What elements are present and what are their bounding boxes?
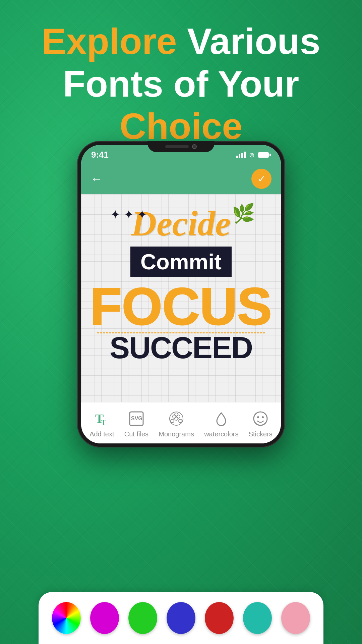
color-wheel-swatch[interactable]: [52, 602, 81, 634]
svg-point-4: [170, 412, 183, 425]
status-icons: ⊜: [236, 151, 271, 159]
svg-point-5: [175, 413, 178, 416]
color-teal-swatch[interactable]: [243, 602, 272, 634]
app-header: ← ✓: [81, 163, 281, 194]
svg-point-13: [262, 416, 264, 418]
monograms-icon: [167, 409, 186, 428]
wifi-icon: ⊜: [249, 151, 255, 159]
signal-icon: [236, 152, 246, 158]
signal-bar-1: [236, 156, 238, 158]
battery-tip: [269, 154, 271, 156]
color-green-swatch[interactable]: [128, 602, 157, 634]
color-pink-swatch[interactable]: [281, 602, 310, 634]
tool-stickers[interactable]: Stickers: [249, 409, 273, 438]
svg-text:T: T: [101, 418, 106, 427]
phone-speaker: [165, 145, 189, 148]
tool-cut-files-label: Cut files: [124, 430, 148, 438]
tool-add-text-label: Add text: [89, 430, 114, 438]
hero-section: Explore Various Fonts of Your Choice: [0, 20, 362, 148]
battery-icon: [258, 152, 271, 158]
svg-point-12: [257, 416, 259, 418]
svg-text:SVG: SVG: [131, 416, 142, 421]
tool-watercolors[interactable]: watercolors: [204, 409, 238, 438]
phone-notch: [147, 141, 215, 152]
svg-point-11: [254, 412, 267, 425]
confirm-button[interactable]: ✓: [251, 169, 272, 189]
tool-monograms[interactable]: Monograms: [159, 409, 194, 438]
canvas-word-commit: Commit: [140, 250, 222, 274]
phone-outer: 9:41 ⊜ ← ✓: [77, 141, 285, 447]
signal-bar-2: [239, 154, 240, 158]
watercolors-icon: [212, 409, 231, 428]
canvas-word-focus: Focus: [90, 280, 272, 332]
tool-watercolors-label: watercolors: [204, 430, 238, 438]
color-palette: [39, 592, 323, 644]
tool-add-text[interactable]: T T Add text: [89, 409, 114, 438]
cut-files-icon: SVG: [127, 409, 145, 428]
svg-point-7: [179, 419, 182, 423]
sparkle-decoration: ✦ ✦ ✦: [110, 208, 147, 222]
leaf-decoration: 🌿: [232, 203, 255, 224]
status-time: 9:41: [91, 150, 109, 160]
svg-point-10: [177, 415, 180, 418]
hero-line1: Explore Various: [20, 20, 342, 63]
canvas-content: ✦ ✦ ✦ 🌿 Decide Commit Focus Succeed: [81, 194, 281, 373]
canvas-area[interactable]: ✦ ✦ ✦ 🌿 Decide Commit Focus Succeed: [81, 194, 281, 402]
hero-explore: Explore: [42, 20, 177, 62]
hero-line2: Fonts of Your: [20, 63, 342, 105]
phone-camera: [192, 144, 197, 149]
color-red-swatch[interactable]: [205, 602, 234, 634]
phone-mockup: 9:41 ⊜ ← ✓: [77, 141, 285, 447]
signal-bar-3: [241, 153, 243, 158]
battery-body: [258, 152, 269, 158]
svg-point-8: [175, 417, 178, 420]
color-magenta-swatch[interactable]: [90, 602, 119, 634]
tool-stickers-label: Stickers: [249, 430, 273, 438]
phone-screen: 9:41 ⊜ ← ✓: [81, 145, 281, 443]
svg-point-9: [173, 415, 176, 418]
toolbar: T T Add text SVG Cut files: [81, 402, 281, 443]
stickers-icon: [251, 409, 270, 428]
canvas-word-succeed: Succeed: [90, 333, 272, 363]
tool-cut-files[interactable]: SVG Cut files: [124, 409, 148, 438]
tool-monograms-label: Monograms: [159, 430, 194, 438]
hero-various: Various: [187, 20, 320, 62]
color-blue-swatch[interactable]: [167, 602, 195, 634]
svg-point-6: [171, 419, 174, 423]
back-button[interactable]: ←: [90, 172, 103, 186]
signal-bar-4: [244, 152, 246, 158]
text-icon: T T: [93, 409, 111, 428]
canvas-commit-wrapper: Commit: [130, 247, 232, 277]
